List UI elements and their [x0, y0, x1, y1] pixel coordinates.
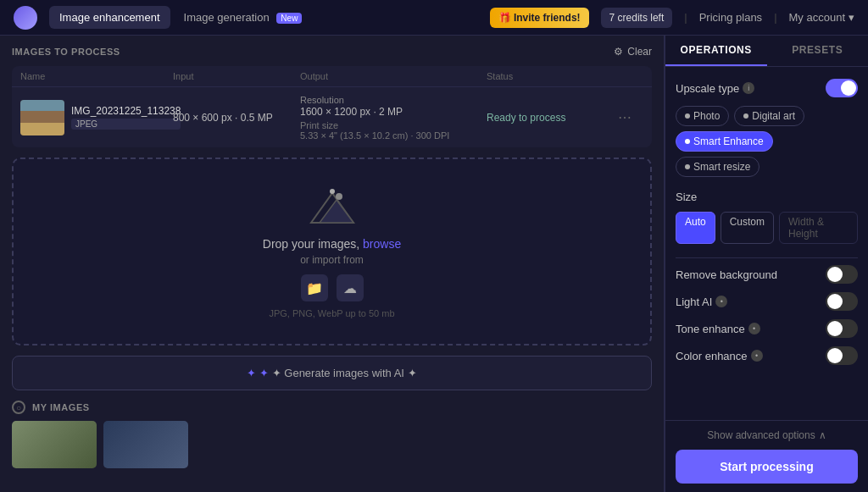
light-ai-info-icon[interactable]: • [715, 296, 727, 307]
folder-source-button[interactable]: 📁 [301, 274, 328, 301]
upscale-toggle[interactable] [826, 79, 858, 97]
upscale-info-icon[interactable]: i [743, 82, 754, 94]
drop-formats: JPG, PNG, WebP up to 50 mb [31, 308, 633, 318]
my-images-title: MY IMAGES [32, 402, 90, 412]
separator: | [684, 11, 687, 24]
image-thumb-1[interactable] [12, 421, 97, 468]
divider-1 [676, 257, 858, 258]
size-section: Size Auto Custom Width & Height [676, 191, 858, 244]
table-header: Name Input Output Status [12, 66, 652, 87]
collapse-icon[interactable]: ○ [12, 401, 25, 414]
color-enhance-row: Color enhance • [676, 346, 858, 365]
left-panel: IMAGES TO PROCESS ⚙ Clear Name Input Out… [0, 36, 665, 492]
color-info-icon[interactable]: • [751, 350, 763, 362]
remove-bg-toggle[interactable] [826, 265, 858, 284]
images-section-title: IMAGES TO PROCESS [12, 47, 120, 57]
drop-sub-text: or import from [31, 254, 633, 266]
file-name-cell: IMG_20231225_113238 JPEG [20, 100, 173, 135]
account-menu[interactable]: My account ▾ [789, 11, 854, 24]
tone-enhance-row: Tone enhance • [676, 319, 858, 338]
my-images-section: ○ MY IMAGES [12, 401, 652, 468]
toggle-knob [841, 80, 856, 96]
images-section-header: IMAGES TO PROCESS ⚙ Clear [12, 46, 652, 58]
browse-link[interactable]: browse [363, 237, 401, 251]
size-btn-custom[interactable]: Custom [721, 212, 774, 244]
size-btn-wh[interactable]: Width & Height [779, 212, 858, 244]
size-btn-auto[interactable]: Auto [676, 212, 715, 244]
ops-tabs: OPERATIONS PRESETS [665, 36, 868, 67]
svg-point-3 [330, 189, 335, 194]
header: Image enhancement Image generation New 🎁… [0, 0, 868, 36]
my-images-header: ○ MY IMAGES [12, 401, 652, 414]
clear-button[interactable]: ⚙ Clear [614, 46, 652, 58]
nav-image-enhancement[interactable]: Image enhancement [49, 6, 170, 29]
remove-bg-row: Remove background [676, 265, 858, 284]
upscale-type-label: Upscale type i [676, 82, 754, 95]
color-enhance-toggle[interactable] [826, 346, 858, 365]
right-panel: OPERATIONS PRESETS Upscale type i [665, 36, 868, 492]
image-thumb-2[interactable] [103, 421, 188, 468]
upscale-type-row: Upscale type i [676, 79, 858, 97]
col-input: Input [173, 71, 300, 81]
header-right: 🎁 Invite friends! 7 credits left | Prici… [490, 8, 854, 28]
start-processing-button[interactable]: Start processing [676, 450, 858, 484]
drop-icon [307, 185, 358, 227]
invite-button[interactable]: 🎁 Invite friends! [490, 8, 589, 28]
file-status-cell: Ready to process [487, 112, 618, 124]
chip-dot [685, 164, 690, 169]
upscale-chips: Photo Digital art Smart Enhance Smart re… [676, 106, 858, 177]
light-ai-toggle[interactable] [826, 292, 858, 311]
toggle-knob [827, 267, 843, 282]
drop-zone[interactable]: Drop your images, browse or import from … [12, 158, 652, 346]
output-resolution: Resolution 1600 × 1200 px · 2 MP [300, 94, 487, 118]
image-thumbs-row [12, 421, 652, 468]
file-input-cell: 800 × 600 px · 0.5 MP [173, 112, 300, 124]
file-table: Name Input Output Status IMG_20231225_11… [12, 66, 652, 147]
file-info: IMG_20231225_113238 JPEG [71, 105, 181, 130]
chip-dot [743, 113, 748, 119]
new-badge: New [276, 13, 302, 24]
tone-info-icon[interactable]: • [748, 323, 760, 334]
tab-operations[interactable]: OPERATIONS [665, 36, 767, 66]
nav-image-generation[interactable]: Image generation New [174, 6, 313, 29]
toggle-knob [827, 321, 843, 336]
chip-digital-art[interactable]: Digital art [734, 106, 804, 126]
chip-dot [685, 113, 690, 119]
file-name-label: IMG_20231225_113238 [71, 105, 181, 117]
toggle-knob [827, 348, 843, 363]
light-ai-row: Light AI • [676, 292, 858, 311]
color-enhance-label: Color enhance • [676, 350, 763, 362]
chip-dot [685, 139, 690, 144]
sparkle-icon-left: ✦ ✦ [247, 367, 271, 379]
size-label: Size [676, 191, 697, 203]
chip-smart-resize[interactable]: Smart resize [676, 157, 760, 177]
light-ai-label: Light AI • [676, 296, 727, 308]
file-menu-button[interactable]: ⋯ [618, 109, 643, 125]
cloud-source-button[interactable]: ☁ [337, 274, 364, 301]
drop-text: Drop your images, browse [31, 237, 633, 251]
toggle-knob [827, 294, 843, 309]
col-name: Name [20, 71, 173, 81]
tone-enhance-toggle[interactable] [826, 319, 858, 338]
filter-icon: ⚙ [614, 46, 623, 58]
remove-bg-label: Remove background [676, 268, 777, 281]
tone-enhance-label: Tone enhance • [676, 323, 760, 335]
size-buttons: Auto Custom Width & Height [676, 212, 858, 244]
pricing-link[interactable]: Pricing plans [699, 11, 762, 24]
tab-presets[interactable]: PRESETS [767, 36, 869, 66]
logo-icon [14, 6, 37, 30]
file-output-cell: Resolution 1600 × 1200 px · 2 MP Print s… [300, 94, 487, 141]
col-status: Status [487, 71, 618, 81]
chip-photo[interactable]: Photo [676, 106, 729, 126]
generate-banner[interactable]: ✦ ✦ ✦ Generate images with AI ✦ [12, 356, 652, 390]
main-layout: IMAGES TO PROCESS ⚙ Clear Name Input Out… [0, 36, 868, 492]
col-actions [618, 71, 643, 81]
ops-bottom: Show advanced options ∧ Start processing [665, 420, 868, 492]
upscale-type-section: Upscale type i Photo Digital art [676, 79, 858, 177]
ops-content: Upscale type i Photo Digital art [665, 67, 868, 420]
separator2: | [774, 11, 776, 24]
advanced-options-link[interactable]: Show advanced options ∧ [676, 429, 858, 441]
file-thumbnail [20, 100, 64, 135]
chip-smart-enhance[interactable]: Smart Enhance [676, 131, 773, 152]
main-nav: Image enhancement Image generation New [49, 6, 312, 29]
